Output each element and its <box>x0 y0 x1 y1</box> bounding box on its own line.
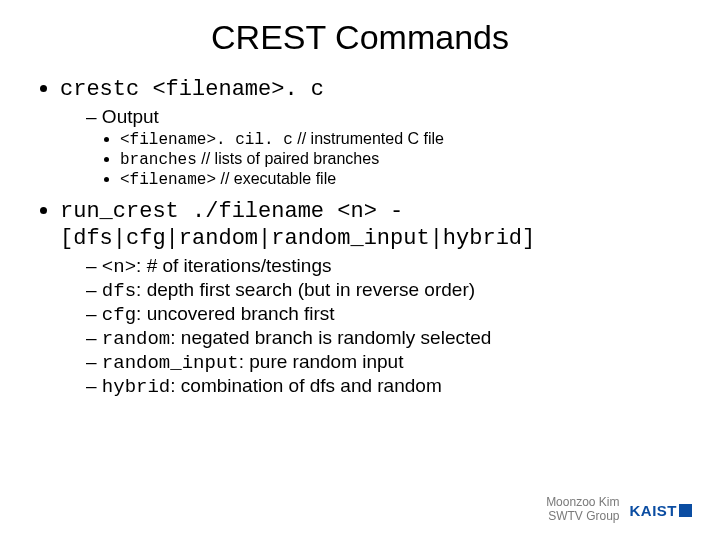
opt-randin: random_input: pure random input <box>86 351 686 374</box>
credit-line1: Moonzoo Kim <box>546 495 619 509</box>
opt-n-code: <n> <box>102 256 136 278</box>
branches-desc: // lists of paired branches <box>201 150 379 167</box>
opt-hybrid-desc: : combination of dfs and random <box>170 375 441 396</box>
kaist-logo-square-icon <box>679 504 692 517</box>
output-text: Output <box>102 106 159 127</box>
footer: Moonzoo Kim SWTV Group KAIST <box>546 496 692 524</box>
opt-hybrid-code: hybrid <box>102 376 170 398</box>
opt-cfg-desc: : uncovered branch first <box>136 303 335 324</box>
branches-code: branches <box>120 151 197 169</box>
cil-code: <filename>. cil. c <box>120 131 293 149</box>
opt-random-desc: : negated branch is randomly selected <box>170 327 491 348</box>
opt-randin-desc: : pure random input <box>239 351 404 372</box>
opt-dfs-code: dfs <box>102 280 136 302</box>
item-runcrest: run_crest ./filename <n> -[dfs|cfg|rando… <box>60 197 686 398</box>
opt-random: random: negated branch is randomly selec… <box>86 327 686 350</box>
opt-hybrid: hybrid: combination of dfs and random <box>86 375 686 398</box>
kaist-logo-text: KAIST <box>630 502 678 519</box>
page-title: CREST Commands <box>34 18 686 57</box>
opt-random-code: random <box>102 328 170 350</box>
slide: CREST Commands crestc <filename>. c Outp… <box>0 0 720 540</box>
credit-line2: SWTV Group <box>548 509 619 523</box>
output-label: Output <filename>. cil. c // instrumente… <box>86 106 686 189</box>
kaist-logo: KAIST <box>630 502 693 519</box>
output-branches: branches // lists of paired branches <box>120 150 686 169</box>
output-cil: <filename>. cil. c // instrumented C fil… <box>120 130 686 149</box>
exec-desc: // executable file <box>220 170 336 187</box>
runcrest-command: run_crest ./filename <n> -[dfs|cfg|rando… <box>60 199 535 251</box>
opt-dfs: dfs: depth first search (but in reverse … <box>86 279 686 302</box>
item-crestc: crestc <filename>. c Output <filename>. … <box>60 75 686 189</box>
credit: Moonzoo Kim SWTV Group <box>546 496 619 524</box>
opt-dfs-desc: : depth first search (but in reverse ord… <box>136 279 475 300</box>
crestc-command: crestc <filename>. c <box>60 77 324 102</box>
opt-randin-code: random_input <box>102 352 239 374</box>
output-exec: <filename> // executable file <box>120 170 686 189</box>
cil-desc: // instrumented C file <box>297 130 444 147</box>
opt-n-desc: : # of iterations/testings <box>136 255 331 276</box>
opt-n: <n>: # of iterations/testings <box>86 255 686 278</box>
opt-cfg-code: cfg <box>102 304 136 326</box>
opt-cfg: cfg: uncovered branch first <box>86 303 686 326</box>
exec-code: <filename> <box>120 171 216 189</box>
